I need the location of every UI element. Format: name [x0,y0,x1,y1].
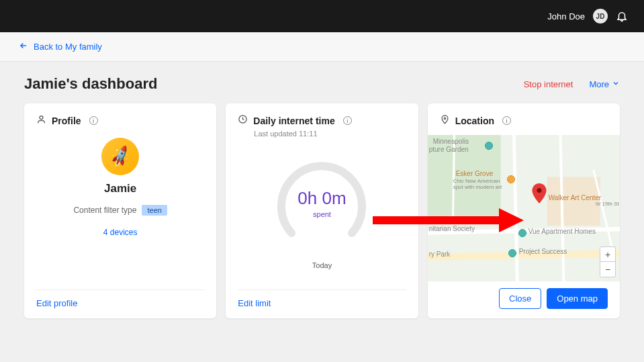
chevron-down-icon [612,79,620,89]
location-card: Location i Minneapolis pture Garden [428,103,620,318]
main-content: Jamie's dashboard Stop internet More Pro… [0,62,644,332]
breadcrumb-bar: Back to My family [0,32,644,62]
map-place-sublabel: Chic New American [453,178,500,184]
arrow-left-icon [19,41,28,52]
map-poi-icon [507,175,515,183]
location-card-title: Location [455,116,494,126]
zoom-out-button[interactable]: − [600,262,615,277]
profile-card: Profile i 🚀 Jamie Content filter type te… [24,103,216,318]
usage-spent-label: spent [313,210,331,218]
info-icon[interactable]: i [89,116,98,125]
usage-body: 0h 0m spent Today [238,138,406,289]
map-zoom-control: + − [600,246,616,277]
more-dropdown[interactable]: More [589,79,620,89]
edit-profile-link[interactable]: Edit profile [36,298,77,308]
map-street-label: W 15th St [596,201,619,207]
svg-point-0 [40,116,43,120]
current-user-name: John Doe [547,11,585,21]
page-header: Jamie's dashboard Stop internet More [24,75,620,93]
back-link[interactable]: Back to My family [19,41,102,52]
content-filter-row: Content filter type teen [73,205,167,216]
usage-time-value: 0h 0m [297,188,346,209]
location-card-header: Location i [440,114,608,127]
map-poi-icon [485,142,493,150]
stop-internet-link[interactable]: Stop internet [524,79,573,89]
zoom-in-button[interactable]: + [600,247,615,262]
usage-card: Daily internet time i Last updated 11:11… [226,103,418,318]
usage-period: Today [312,261,332,269]
person-icon [36,114,46,127]
svg-point-2 [444,118,446,120]
notifications-icon[interactable] [616,10,628,22]
dashboard-cards: Profile i 🚀 Jamie Content filter type te… [24,103,620,318]
map-place-label: pture Garden [429,146,469,153]
map-poi-icon [508,249,516,257]
map-place-label: Walker Art Center [549,194,602,201]
location-card-footer: Close Open map [440,281,608,309]
map[interactable]: Minneapolis pture Garden Esker Grove Chi… [428,135,620,281]
content-filter-label: Content filter type [73,206,136,215]
header-actions: Stop internet More [524,79,620,89]
usage-card-footer: Edit limit [238,289,406,309]
devices-link[interactable]: 4 devices [103,228,138,237]
clock-icon [238,114,248,127]
open-map-button[interactable]: Open map [547,288,608,309]
avatar[interactable]: JD [593,9,608,24]
edit-limit-link[interactable]: Edit limit [238,298,271,308]
page-title: Jamie's dashboard [24,75,157,93]
profile-name: Jamie [104,182,136,195]
gauge-center: 0h 0m spent [271,152,372,253]
map-place-sublabel: spot with modern art [453,184,502,190]
map-place-label: Vue Apartment Homes [528,228,596,235]
usage-card-header: Daily internet time i [238,114,406,127]
map-place-label: Esker Grove [456,170,494,177]
close-button[interactable]: Close [499,288,541,309]
content-filter-tag[interactable]: teen [142,205,167,216]
profile-card-footer: Edit profile [36,289,204,309]
profile-card-header: Profile i [36,114,204,127]
map-place-label: Minneapolis [433,138,469,145]
usage-gauge: 0h 0m spent [271,152,372,253]
profile-body: 🚀 Jamie Content filter type teen 4 devic… [36,130,204,289]
back-link-label: Back to My family [34,42,102,52]
location-icon [440,114,450,127]
map-place-label: Project Success [519,248,567,255]
map-poi-icon [518,229,526,237]
usage-last-updated: Last updated 11:11 [254,130,406,138]
info-icon[interactable]: i [502,116,511,125]
map-place-label: ry Park [429,251,451,258]
profile-card-title: Profile [52,116,81,126]
svg-point-6 [537,188,541,193]
more-label: More [589,79,609,89]
usage-card-title: Daily internet time [253,116,334,126]
map-pin-icon [532,183,547,203]
profile-avatar: 🚀 [101,138,139,175]
rocket-icon: 🚀 [107,144,133,169]
info-icon[interactable]: i [343,116,352,125]
topbar: John Doe JD [0,0,644,32]
map-place-label: nitarian Society [429,225,475,232]
